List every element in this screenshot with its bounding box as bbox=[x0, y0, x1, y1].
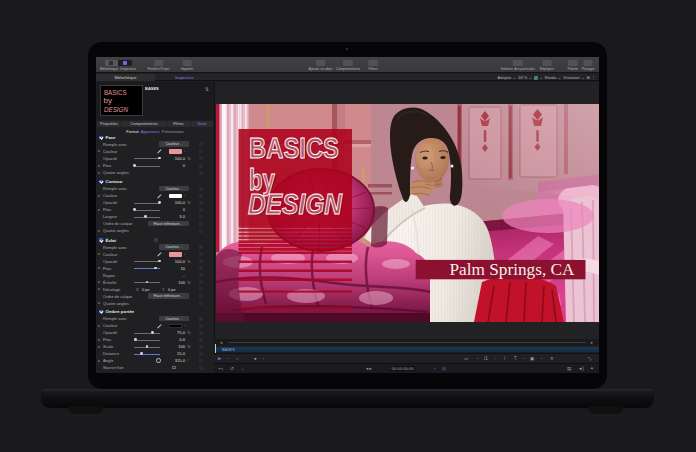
svg-text:BASICS: BASICS bbox=[249, 132, 339, 164]
svg-text:Palm Springs, CA: Palm Springs, CA bbox=[449, 260, 575, 279]
svg-text:DESIGN: DESIGN bbox=[248, 188, 343, 220]
